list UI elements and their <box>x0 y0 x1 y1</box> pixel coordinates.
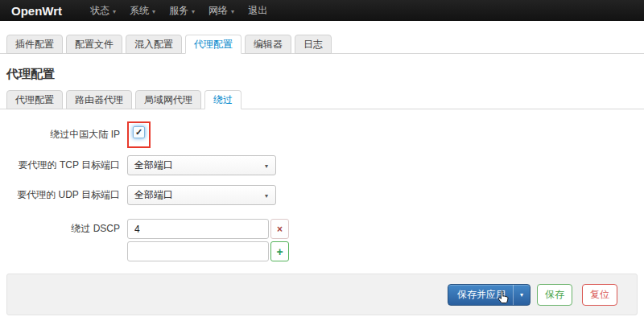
main-tab-bar: 插件配置 配置文件 混入配置 代理配置 编辑器 日志 <box>0 35 644 54</box>
sub-tab-bar: 代理配置 路由器代理 局域网代理 绕过 <box>0 90 644 109</box>
tab-editor[interactable]: 编辑器 <box>245 35 291 54</box>
save-apply-dropdown-toggle[interactable]: ▾ <box>513 285 530 305</box>
subtab-router-proxy[interactable]: 路由器代理 <box>66 90 132 109</box>
click-highlight-box: ✓ <box>127 121 151 148</box>
nav-item-label: 网络 <box>208 4 228 18</box>
remove-entry-button[interactable]: × <box>270 219 289 239</box>
nav-item-system[interactable]: 系统 ▾ <box>130 4 155 18</box>
nav-item-label: 状态 <box>90 4 109 18</box>
bypass-cn-ip-label: 绕过中国大陆 IP <box>0 128 127 142</box>
page-title: 代理配置 <box>6 67 644 82</box>
udp-ports-label: 要代理的 UDP 目标端口 <box>0 188 127 202</box>
nav-item-label: 系统 <box>130 4 149 18</box>
bypass-dscp-label: 绕过 DSCP <box>0 222 127 236</box>
udp-ports-selected-value: 全部端口 <box>134 188 173 202</box>
tab-log[interactable]: 日志 <box>295 35 332 54</box>
bypass-settings-form: 绕过中国大陆 IP ✓ 要代理的 TCP 目标端口 全部端口 ▾ 要代理的 UD… <box>0 121 644 261</box>
reset-button[interactable]: 复位 <box>582 284 617 306</box>
page-actions-bar: 保存并应用 ▾ 保存 复位 <box>6 274 638 315</box>
nav-item-label: 服务 <box>169 4 188 18</box>
bypass-cn-ip-checkbox[interactable]: ✓ <box>133 126 145 138</box>
top-navbar: OpenWrt 状态 ▾ 系统 ▾ 服务 ▾ 网络 ▾ 退出 <box>0 0 644 21</box>
bypass-dscp-new-input[interactable] <box>127 241 269 261</box>
bypass-dscp-add-row: + <box>0 241 644 261</box>
bypass-dscp-row: 绕过 DSCP × <box>0 219 644 239</box>
chevron-down-icon: ▾ <box>520 291 523 298</box>
subtab-proxy-config[interactable]: 代理配置 <box>6 90 63 109</box>
tab-mixin-config[interactable]: 混入配置 <box>126 35 182 54</box>
tcp-ports-selected-value: 全部端口 <box>134 158 173 172</box>
chevron-down-icon: ▾ <box>192 8 195 15</box>
save-apply-button[interactable]: 保存并应用 <box>448 288 513 302</box>
subtab-bypass[interactable]: 绕过 <box>204 90 242 109</box>
save-button[interactable]: 保存 <box>537 284 572 306</box>
chevron-down-icon: ▾ <box>113 8 116 15</box>
chevron-down-icon: ▾ <box>265 192 268 200</box>
chevron-down-icon: ▾ <box>152 8 155 15</box>
save-apply-split-button[interactable]: 保存并应用 ▾ <box>448 284 530 306</box>
nav-item-network[interactable]: 网络 ▾ <box>208 4 234 18</box>
checkmark-icon: ✓ <box>135 128 142 137</box>
nav-item-logout[interactable]: 退出 <box>248 4 267 18</box>
tcp-ports-select[interactable]: 全部端口 ▾ <box>127 155 276 175</box>
nav-item-services[interactable]: 服务 ▾ <box>169 4 195 18</box>
tab-config-file[interactable]: 配置文件 <box>66 35 122 54</box>
subtab-lan-proxy[interactable]: 局域网代理 <box>135 90 201 109</box>
udp-ports-select[interactable]: 全部端口 ▾ <box>127 185 276 205</box>
add-icon: + <box>276 246 283 257</box>
tcp-ports-row: 要代理的 TCP 目标端口 全部端口 ▾ <box>0 155 644 175</box>
nav-item-label: 退出 <box>248 4 267 18</box>
nav-item-status[interactable]: 状态 ▾ <box>90 4 116 18</box>
add-entry-button[interactable]: + <box>270 241 289 261</box>
tab-proxy-config[interactable]: 代理配置 <box>185 35 242 54</box>
chevron-down-icon: ▾ <box>231 8 234 15</box>
bypass-dscp-input[interactable] <box>127 219 269 239</box>
bypass-cn-ip-row: 绕过中国大陆 IP ✓ <box>0 121 644 148</box>
chevron-down-icon: ▾ <box>265 162 268 170</box>
remove-icon: × <box>277 224 283 234</box>
tab-plugin-config[interactable]: 插件配置 <box>6 35 63 54</box>
tcp-ports-label: 要代理的 TCP 目标端口 <box>0 158 127 172</box>
udp-ports-row: 要代理的 UDP 目标端口 全部端口 ▾ <box>0 185 644 205</box>
openwrt-brand[interactable]: OpenWrt <box>11 4 62 18</box>
